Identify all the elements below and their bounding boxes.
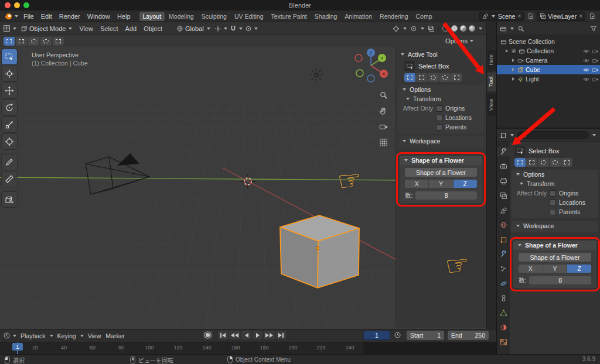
play-button[interactable] (253, 331, 262, 339)
flower-operator-button[interactable]: Shape of a Flower (405, 168, 477, 177)
props-tab-scene-icon[interactable] (499, 206, 508, 215)
viewport-options-dropdown[interactable]: Options (445, 37, 483, 44)
timeline-ruler[interactable]: 20 40 60 80 100 120 140 160 180 200 220 … (0, 342, 496, 354)
menu-file[interactable]: File (21, 13, 37, 20)
select-mode-tweak-button[interactable] (404, 73, 415, 82)
select-mode-lasso-button[interactable] (40, 37, 52, 46)
shading-rendered-icon[interactable] (469, 25, 475, 32)
outliner-row-camera[interactable]: Camera (497, 56, 600, 65)
workspace-tab-uv-editing[interactable]: UV Editing (231, 12, 267, 21)
axis-y-button[interactable]: Y (429, 180, 452, 188)
workspace-tab-animation[interactable]: Animation (341, 12, 376, 21)
locations-checkbox[interactable] (550, 200, 556, 206)
disable-render-icon[interactable] (592, 76, 598, 83)
menu-select[interactable]: Select (97, 25, 121, 32)
frame-end-field[interactable]: End 250 (448, 331, 489, 340)
orthographic-toggle-icon[interactable] (377, 136, 389, 148)
origins-checkbox[interactable] (550, 190, 556, 197)
axis-z-button[interactable]: Z (567, 265, 591, 273)
tab-view[interactable]: View (488, 94, 497, 115)
menu-window[interactable]: Window (84, 13, 113, 20)
tool-move-button[interactable] (2, 83, 17, 98)
show-gizmo-icon[interactable] (393, 25, 400, 32)
select-mode-box-button[interactable] (526, 158, 537, 167)
workspace-panel-header[interactable]: Workspace (512, 221, 598, 231)
mode-dropdown[interactable]: Object Mode (19, 25, 75, 32)
axis-y-button[interactable]: Y (543, 265, 567, 273)
axis-z-button[interactable]: Z (454, 180, 477, 188)
props-tab-world-icon[interactable] (499, 221, 508, 229)
editor-type-icon[interactable] (3, 25, 11, 32)
workspace-tab-compositing[interactable]: Comp (412, 12, 436, 21)
pivot-point-icon[interactable] (214, 25, 221, 32)
hide-eye-icon[interactable] (583, 48, 589, 54)
hide-eye-icon[interactable] (583, 76, 589, 83)
shading-wireframe-icon[interactable] (442, 25, 449, 32)
props-tab-output-icon[interactable] (499, 177, 508, 186)
workspace-tab-layout[interactable]: Layout (139, 12, 165, 21)
select-mode-lasso-button[interactable] (550, 158, 561, 167)
disclosure-icon[interactable] (512, 77, 514, 81)
locations-checkbox[interactable] (436, 115, 442, 121)
menu-keying[interactable]: Keying (56, 332, 78, 339)
disclosure-icon[interactable] (512, 59, 514, 62)
props-tab-physics-icon[interactable] (499, 279, 508, 288)
overlays-icon[interactable] (410, 25, 417, 32)
parents-checkbox[interactable] (436, 124, 442, 131)
workspace-tab-shading[interactable]: Shading (311, 12, 341, 21)
props-tab-render-icon[interactable] (499, 162, 508, 171)
tab-item[interactable]: Item (488, 50, 497, 70)
blender-logo-icon[interactable] (4, 12, 12, 20)
workspace-tab-rendering[interactable]: Rendering (376, 12, 411, 21)
camera-view-icon[interactable] (377, 121, 389, 132)
props-tab-viewlayer-icon[interactable] (499, 191, 508, 200)
hide-eye-icon[interactable] (583, 57, 589, 64)
outliner-row-collection[interactable]: ✓ Collection (497, 46, 600, 56)
select-mode-circle-button[interactable] (538, 158, 549, 167)
menu-edit[interactable]: Edit (38, 13, 55, 20)
transform-panel-header[interactable]: Transform (398, 94, 484, 104)
light-object[interactable] (305, 63, 328, 87)
select-mode-circle-button[interactable] (428, 73, 439, 82)
select-mode-tweak-button[interactable] (4, 37, 15, 46)
props-tab-tool-icon[interactable] (497, 147, 510, 156)
props-tab-material-icon[interactable] (499, 323, 508, 332)
navigation-gizmo[interactable]: Z Y X (352, 47, 390, 84)
zoom-icon[interactable] (377, 89, 389, 101)
tab-tool[interactable]: Tool (488, 72, 497, 91)
parents-checkbox[interactable] (550, 209, 556, 215)
shading-solid-icon[interactable] (451, 25, 458, 32)
viewport-3d[interactable]: User Perspective (1) Collection | Cube (0, 47, 486, 329)
tool-select-box-button[interactable] (2, 49, 17, 64)
jump-to-end-button[interactable] (276, 331, 286, 339)
workspace-tab-modeling[interactable]: Modeling (165, 12, 197, 21)
shading-material-icon[interactable] (460, 25, 466, 32)
outliner-row-scene-collection[interactable]: Scene Collection (497, 37, 600, 46)
transform-panel-header[interactable]: Transform (512, 179, 598, 188)
flower-count-field[interactable]: 8 (415, 191, 477, 200)
flower-operator-button[interactable]: Shape of a Flower (519, 253, 591, 262)
tool-rotate-button[interactable] (2, 100, 17, 115)
props-tab-object-data-icon[interactable] (499, 308, 508, 317)
props-tab-texture-icon[interactable] (499, 338, 508, 346)
workspace-panel-header[interactable]: Workspace (398, 136, 484, 146)
search-icon[interactable] (517, 25, 524, 32)
outliner-row-cube[interactable]: Cube (497, 65, 600, 74)
timeline-editor-icon[interactable] (3, 332, 11, 339)
menu-marker[interactable]: Marker (104, 332, 127, 339)
auto-keying-button[interactable] (203, 331, 213, 339)
disclosure-icon[interactable] (512, 68, 514, 71)
workspace-tab-sculpting[interactable]: Sculpting (198, 12, 230, 21)
playhead-frame-badge[interactable]: 1 (12, 343, 23, 351)
axis-x-button[interactable]: X (519, 265, 543, 273)
menu-playback[interactable]: Playback (19, 332, 47, 339)
select-mode-extend-button[interactable] (561, 158, 572, 167)
scene-selector[interactable]: Scene × (479, 12, 524, 21)
select-mode-circle-button[interactable] (28, 37, 39, 46)
xray-toggle-icon[interactable] (428, 25, 435, 32)
proportional-editing-icon[interactable] (245, 25, 252, 32)
menu-add[interactable]: Add (122, 25, 140, 32)
pan-hand-icon[interactable] (377, 105, 389, 116)
outliner-row-light[interactable]: Light (497, 74, 600, 84)
props-tab-particles-icon[interactable] (499, 265, 508, 273)
